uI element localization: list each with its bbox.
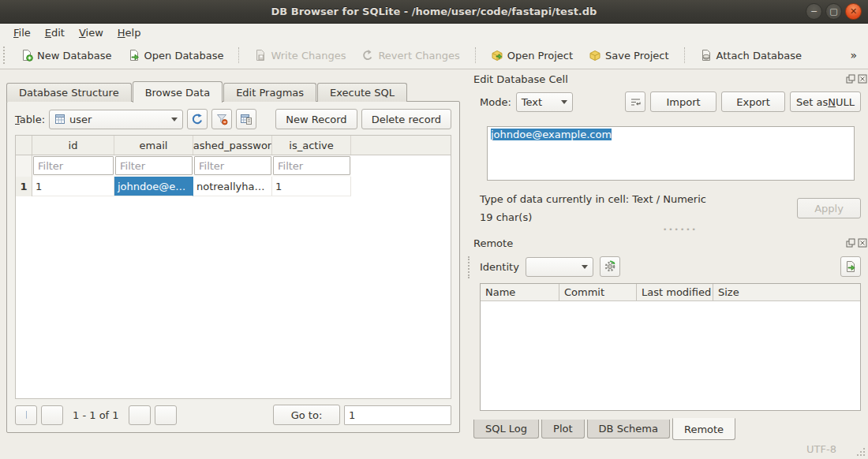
set-as-null-button[interactable]: Set as NULL <box>790 91 861 112</box>
cell-email-selected[interactable]: johndoe@e… <box>114 177 193 196</box>
identity-select[interactable] <box>526 257 593 277</box>
dock-resize-handle[interactable] <box>468 256 470 278</box>
menu-bar: File Edit View Help <box>0 24 868 42</box>
next-page-button[interactable] <box>129 405 151 425</box>
remote-column-size[interactable]: Size <box>713 284 860 300</box>
app-window: DB Browser for SQLite - /home/user/code/… <box>0 0 868 459</box>
clone-database-button[interactable] <box>840 256 861 277</box>
first-page-button[interactable] <box>15 405 37 425</box>
clear-filter-icon <box>215 113 228 125</box>
float-dock-icon[interactable] <box>846 238 855 248</box>
new-database-button[interactable]: New Database <box>15 46 118 65</box>
browse-data-pane: Table: user New Record Delete record <box>6 101 460 433</box>
apply-button[interactable]: Apply <box>797 198 861 218</box>
word-wrap-button[interactable] <box>625 91 645 112</box>
open-database-icon <box>128 49 140 62</box>
cell-id[interactable]: 1 <box>32 177 114 196</box>
maximize-button[interactable]: ▢ <box>825 3 842 20</box>
write-changes-button[interactable]: Write Changes <box>249 46 351 65</box>
attach-database-button[interactable]: Attach Database <box>694 46 807 65</box>
save-results-button[interactable] <box>236 109 256 129</box>
toolbar-drag-handle[interactable] <box>3 47 7 64</box>
status-bar: UTF-8 <box>0 440 868 459</box>
dock-splitter-handle[interactable]: •••••• <box>663 226 698 233</box>
table-select-value: user <box>69 114 92 125</box>
tab-db-schema[interactable]: DB Schema <box>587 420 670 438</box>
goto-record-input[interactable] <box>344 405 451 425</box>
remote-column-name[interactable]: Name <box>481 284 559 300</box>
table-icon <box>54 114 65 125</box>
word-wrap-icon <box>630 96 642 108</box>
next-page-icon <box>139 409 140 420</box>
title-bar[interactable]: DB Browser for SQLite - /home/user/code/… <box>0 0 868 24</box>
filter-input-hashed-password[interactable] <box>194 156 271 175</box>
menu-view[interactable]: View <box>72 25 110 40</box>
menu-file[interactable]: File <box>6 25 38 40</box>
clear-filters-button[interactable] <box>211 109 232 129</box>
delete-record-button[interactable]: Delete record <box>361 109 451 129</box>
tab-remote[interactable]: Remote <box>672 418 735 440</box>
chevron-down-icon <box>582 265 588 269</box>
first-page-icon <box>25 409 27 420</box>
column-header-email[interactable]: email <box>114 136 193 155</box>
previous-page-button[interactable] <box>41 405 63 425</box>
clone-database-icon <box>844 260 857 273</box>
menu-edit[interactable]: Edit <box>38 25 72 40</box>
cell-editor-selected-text: johndoe@example.com <box>491 129 612 140</box>
open-project-button[interactable]: Open Project <box>485 46 578 65</box>
float-dock-icon[interactable] <box>846 74 855 84</box>
remote-column-commit[interactable]: Commit <box>559 284 637 300</box>
tab-sql-log[interactable]: SQL Log <box>473 420 539 438</box>
close-button[interactable]: ✕ <box>845 3 862 20</box>
grid-corner[interactable] <box>16 136 32 155</box>
filter-input-id[interactable] <box>33 156 114 175</box>
open-project-icon <box>491 49 503 62</box>
tab-plot[interactable]: Plot <box>541 420 585 438</box>
minimize-button[interactable]: ─ <box>806 3 822 20</box>
table-select[interactable]: user <box>49 110 183 129</box>
refresh-button[interactable] <box>187 109 208 129</box>
tab-edit-pragmas[interactable]: Edit Pragmas <box>223 83 316 102</box>
cell-hashed-password[interactable]: notreallyha… <box>193 177 272 196</box>
tab-database-structure[interactable]: Database Structure <box>6 83 132 102</box>
new-record-button[interactable]: New Record <box>275 109 357 129</box>
grid-header-row: id email ashed_passwor is_active <box>16 136 451 155</box>
row-number[interactable]: 1 <box>16 177 32 196</box>
export-table-icon <box>240 113 253 125</box>
menu-help[interactable]: Help <box>110 25 148 40</box>
last-page-button[interactable] <box>155 405 177 425</box>
tab-execute-sql[interactable]: Execute SQL <box>317 83 407 102</box>
tab-browse-data[interactable]: Browse Data <box>133 81 223 103</box>
filter-input-is-active[interactable] <box>273 156 350 175</box>
cell-editor[interactable]: johndoe@example.com <box>487 126 855 181</box>
last-page-icon <box>165 409 166 420</box>
remote-dock-title: Remote <box>473 237 513 249</box>
write-changes-icon <box>254 49 267 62</box>
resize-grip[interactable] <box>855 446 866 457</box>
cell-is-active[interactable]: 1 <box>272 177 351 196</box>
close-dock-icon[interactable] <box>858 74 867 84</box>
close-dock-icon[interactable] <box>858 238 867 248</box>
mode-select[interactable]: Text <box>516 92 573 112</box>
save-project-button[interactable]: Save Project <box>583 46 675 65</box>
column-header-hashed-password[interactable]: ashed_passwor <box>193 136 272 155</box>
open-database-button[interactable]: Open Database <box>122 46 230 65</box>
remote-column-last-modified[interactable]: Last modified <box>637 284 713 300</box>
toolbar-separator <box>475 47 476 63</box>
data-grid: id email ashed_passwor is_active 1 1 joh… <box>15 135 451 399</box>
import-button[interactable]: Import <box>650 91 716 112</box>
export-button[interactable]: Export <box>721 91 785 112</box>
toolbar-overflow-button[interactable]: » <box>850 49 862 62</box>
mode-select-value: Text <box>522 96 542 108</box>
grid-empty-area[interactable] <box>16 196 451 398</box>
goto-button[interactable]: Go to: <box>273 405 340 425</box>
column-header-id[interactable]: id <box>32 136 114 155</box>
identity-settings-button[interactable] <box>600 256 620 277</box>
table-controls-row: Table: user New Record Delete record <box>15 109 451 129</box>
filter-filler <box>351 155 451 177</box>
save-project-icon <box>589 49 601 62</box>
column-header-is-active[interactable]: is_active <box>272 136 351 155</box>
revert-changes-button[interactable]: Revert Changes <box>356 46 465 65</box>
window-controls: ─ ▢ ✕ <box>806 3 862 20</box>
filter-input-email[interactable] <box>115 156 193 175</box>
